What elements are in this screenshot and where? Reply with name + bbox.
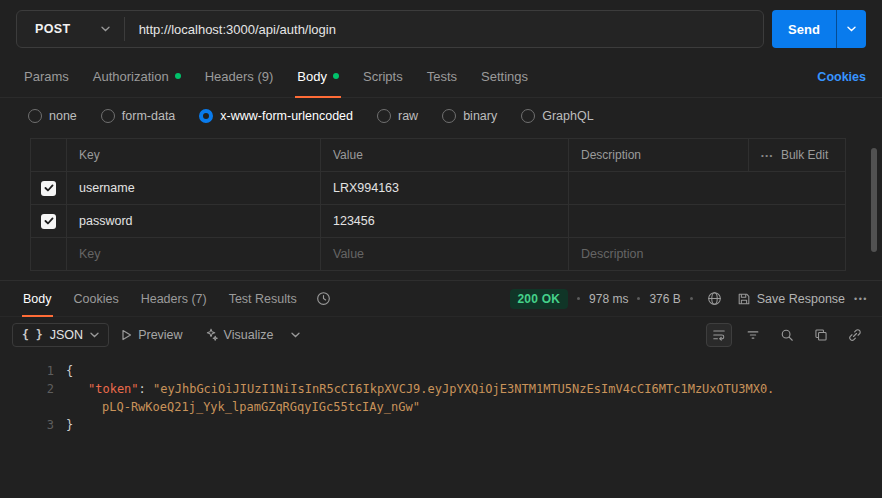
- tab-tests[interactable]: Tests: [415, 56, 469, 97]
- format-label: JSON: [50, 328, 83, 342]
- tab-label: Headers (7): [141, 292, 207, 306]
- param-value-cell[interactable]: 123456: [321, 205, 569, 237]
- radio-raw[interactable]: raw: [377, 109, 418, 123]
- param-description-cell[interactable]: [569, 172, 845, 204]
- visualize-options-button[interactable]: [285, 328, 306, 342]
- radio-binary[interactable]: binary: [442, 109, 497, 123]
- visualize-sparkle-icon: [205, 328, 218, 341]
- search-icon: [780, 328, 794, 342]
- postman-request-window: POST Send Params Authorization Headers (…: [0, 0, 882, 498]
- radio-graphql[interactable]: GraphQL: [521, 109, 593, 123]
- dot-separator: [577, 297, 580, 300]
- radio-label: raw: [398, 109, 418, 123]
- tab-settings[interactable]: Settings: [469, 56, 540, 97]
- row-checkbox-cell: [31, 238, 67, 270]
- response-tab-headers[interactable]: Headers (7): [130, 281, 218, 316]
- response-tab-test-results[interactable]: Test Results: [218, 281, 308, 316]
- param-value-placeholder[interactable]: Value: [321, 238, 569, 270]
- radio-label: none: [49, 109, 77, 123]
- play-icon: [121, 329, 132, 341]
- dot-separator: [637, 297, 640, 300]
- tab-params[interactable]: Params: [12, 56, 81, 97]
- preview-label: Preview: [138, 328, 182, 342]
- checkbox-checked[interactable]: [41, 214, 56, 229]
- green-dot-indicator: [175, 73, 181, 79]
- param-description-placeholder[interactable]: Description: [569, 238, 845, 270]
- column-header-key: Key: [67, 139, 321, 171]
- radio-icon: [442, 109, 456, 123]
- check-icon: [44, 217, 54, 225]
- json-string-value: pLQ-RwKoeQ21j_Yyk_lpamGZqRGqyIGc55tcIAy_…: [102, 400, 420, 414]
- response-format-dropdown[interactable]: { } JSON: [12, 323, 109, 347]
- param-value-cell[interactable]: LRX994163: [321, 172, 569, 204]
- code-line: 2 "token": "eyJhbGciOiJIUzI1NiIsInR5cCI6…: [0, 380, 882, 398]
- response-time[interactable]: 978 ms: [589, 292, 628, 306]
- tab-label: Cookies: [74, 292, 119, 306]
- vertical-scrollbar[interactable]: [871, 148, 877, 252]
- green-dot-indicator: [333, 73, 339, 79]
- code-line-wrapped: pLQ-RwKoeQ21j_Yyk_lpamGZqRGqyIGc55tcIAy_…: [0, 398, 882, 416]
- url-input[interactable]: [125, 11, 763, 47]
- more-dots-icon: •••: [761, 151, 774, 160]
- method-dropdown[interactable]: POST: [17, 11, 124, 47]
- dot-separator: [690, 297, 693, 300]
- response-toolbar: { } JSON Preview Visualize: [0, 317, 882, 352]
- param-row-empty: Key Value Description: [31, 238, 845, 271]
- response-tab-body[interactable]: Body: [12, 281, 63, 316]
- radio-form-data[interactable]: form-data: [101, 109, 176, 123]
- filter-button[interactable]: [740, 323, 766, 347]
- line-number: [0, 398, 66, 416]
- code-line: 3 }: [0, 416, 882, 434]
- json-colon: :: [139, 382, 153, 396]
- radio-label: GraphQL: [542, 109, 593, 123]
- network-info-button[interactable]: [702, 287, 728, 311]
- tab-label: Params: [24, 69, 69, 84]
- copy-icon: [814, 328, 828, 342]
- link-button[interactable]: [842, 323, 868, 347]
- braces-icon: { }: [22, 328, 43, 342]
- more-options-button[interactable]: •••: [854, 294, 868, 304]
- response-body-viewer[interactable]: 1 { 2 "token": "eyJhbGciOiJIUzI1NiIsInR5…: [0, 352, 882, 434]
- visualize-label: Visualize: [224, 328, 274, 342]
- request-tabs: Params Authorization Headers (9) Body Sc…: [0, 56, 882, 98]
- response-header: Body Cookies Headers (7) Test Results 20…: [0, 280, 882, 317]
- preview-button[interactable]: Preview: [111, 324, 192, 346]
- param-description-cell[interactable]: [569, 205, 845, 237]
- param-key-cell[interactable]: username: [67, 172, 321, 204]
- wrap-text-button[interactable]: [706, 323, 732, 347]
- tab-label: Body: [23, 292, 52, 306]
- chevron-down-icon: [90, 332, 99, 338]
- send-button[interactable]: Send: [772, 10, 836, 48]
- visualize-button[interactable]: Visualize: [195, 324, 284, 346]
- response-size[interactable]: 376 B: [649, 292, 680, 306]
- radio-icon: [199, 109, 213, 123]
- search-button[interactable]: [774, 323, 800, 347]
- status-badge[interactable]: 200 OK: [510, 289, 569, 309]
- radio-icon: [101, 109, 115, 123]
- response-tab-cookies[interactable]: Cookies: [63, 281, 130, 316]
- copy-button[interactable]: [808, 323, 834, 347]
- tab-label: Settings: [481, 69, 528, 84]
- tab-label: Tests: [427, 69, 457, 84]
- bulk-edit-button[interactable]: ••• Bulk Edit: [749, 139, 845, 171]
- checkbox-checked[interactable]: [41, 181, 56, 196]
- code-text: }: [66, 416, 73, 434]
- param-row-password: password 123456: [31, 205, 845, 238]
- param-key-cell[interactable]: password: [67, 205, 321, 237]
- cookies-link[interactable]: Cookies: [817, 70, 866, 84]
- radio-none[interactable]: none: [28, 109, 77, 123]
- save-response-button[interactable]: Save Response: [737, 292, 845, 306]
- param-key-placeholder[interactable]: Key: [67, 238, 321, 270]
- response-history-button[interactable]: [308, 281, 339, 316]
- radio-icon: [377, 109, 391, 123]
- request-url-bar: POST Send: [0, 0, 882, 56]
- tab-scripts[interactable]: Scripts: [351, 56, 415, 97]
- tab-headers[interactable]: Headers (9): [193, 56, 286, 97]
- tab-authorization[interactable]: Authorization: [81, 56, 193, 97]
- code-text: pLQ-RwKoeQ21j_Yyk_lpamGZqRGqyIGc55tcIAy_…: [66, 398, 420, 416]
- radio-label: form-data: [122, 109, 176, 123]
- send-options-button[interactable]: [836, 10, 866, 48]
- row-checkbox-cell: [31, 205, 67, 237]
- radio-x-www-form-urlencoded[interactable]: x-www-form-urlencoded: [199, 109, 353, 123]
- tab-body[interactable]: Body: [285, 56, 351, 97]
